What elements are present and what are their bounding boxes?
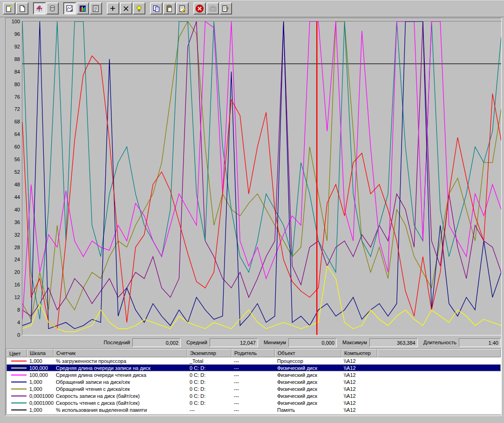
legend-body: 1,000% загруженности процессора_Total---… [7, 357, 501, 413]
highlight-button[interactable] [133, 2, 145, 14]
series-line [22, 21, 501, 329]
y-axis-tick-label: 28 [6, 245, 20, 250]
view-histogram-icon [79, 5, 87, 13]
counter-cell: Скорость записи на диск (байт/сек) [54, 393, 187, 399]
properties-button[interactable] [176, 2, 189, 14]
object-cell: Физический диск [275, 393, 341, 399]
view-chart-icon [66, 5, 74, 13]
delete-counter-icon [122, 5, 130, 13]
scale-cell: 1,000 [27, 379, 54, 385]
view-chart-button[interactable] [63, 2, 76, 14]
color-swatch-cell [7, 361, 27, 362]
table-row[interactable]: 1,000Обращений чтения с диска/сек0 C: D:… [7, 385, 501, 392]
table-row[interactable]: 100,000Средняя длина очереди чтения диск… [7, 371, 501, 378]
view-current-activity-icon [35, 5, 43, 13]
column-header-parent[interactable]: Родитель [232, 349, 275, 357]
parent-cell: --- [232, 407, 275, 413]
computer-cell: \\A12 [341, 365, 377, 371]
view-report-button[interactable] [89, 2, 102, 14]
object-cell: Физический диск [275, 365, 341, 371]
toolbar-group-2 [63, 2, 102, 14]
table-row[interactable]: 0,0001000Скорость записи на диск (байт/с… [7, 392, 501, 399]
table-row[interactable]: 100,000Средняя длина очереди записи на д… [7, 364, 501, 371]
parent-cell: --- [232, 393, 275, 399]
toolbar: ? [0, 0, 504, 17]
column-header-scale[interactable]: Шкала [27, 349, 54, 357]
scale-cell: 0,0001000 [27, 400, 54, 406]
instance-cell: 0 C: D: [187, 365, 232, 371]
parent-cell: --- [232, 386, 275, 392]
add-counter-button[interactable] [107, 2, 119, 14]
new-counter-set-button[interactable] [3, 2, 15, 14]
scale-cell: 1,000 [27, 358, 54, 364]
system-monitor-window: { "app": { "name_hint": "System Monitor … [0, 0, 504, 423]
update-data-button [206, 2, 219, 14]
color-swatch-cell [7, 375, 27, 375]
column-header-computer[interactable]: Компьютер [341, 349, 377, 357]
scale-cell: 100,000 [27, 372, 54, 378]
stat-value-box: 0,002 [132, 338, 181, 347]
scale-cell: 0,0001000 [27, 393, 54, 399]
object-cell: Процессор [275, 358, 341, 364]
delete-counter-button[interactable] [120, 2, 132, 14]
instance-cell: 0 C: D: [187, 400, 232, 406]
counter-color-swatch [11, 403, 27, 403]
instance-cell: _Total [187, 358, 232, 364]
view-current-activity-button[interactable] [33, 2, 46, 14]
y-axis-tick-label: 84 [6, 69, 20, 75]
scale-cell: 1,000 [27, 407, 54, 413]
counter-cell: Обращений чтения с диска/сек [54, 386, 187, 392]
table-row[interactable]: 1,000% использования выделенной памяти--… [7, 406, 501, 413]
stat-label: Средний [186, 340, 207, 345]
y-axis-tick-label: 16 [6, 282, 20, 287]
y-axis-tick-label: 100 [6, 19, 20, 24]
counter-cell: % загруженности процессора [54, 358, 187, 364]
column-header-object[interactable]: Объект [275, 349, 341, 357]
copy-properties-button[interactable] [150, 2, 163, 14]
column-header-filler [377, 349, 501, 357]
stat-3: Максимум363,384 [342, 338, 418, 347]
help-button[interactable]: ? [219, 2, 232, 14]
computer-cell: \\A12 [341, 407, 377, 413]
parent-cell: --- [232, 379, 275, 385]
stat-value-box: 0,000 [288, 338, 337, 347]
clear-display-button[interactable] [16, 2, 28, 14]
stat-4: Длительность1:40 [423, 338, 501, 347]
instance-cell: 0 C: D: [187, 372, 232, 378]
table-row[interactable]: 0,0001000Скорость чтения с диска (байт/с… [7, 399, 501, 406]
stat-label: Максимум [342, 340, 367, 345]
y-axis-tick-label: 88 [6, 56, 20, 62]
column-header-counter[interactable]: Счетчик [54, 349, 187, 357]
computer-cell: \\A12 [341, 358, 377, 364]
freeze-display-button[interactable] [193, 2, 206, 14]
counter-cell: Скорость чтения с диска (байт/сек) [54, 400, 187, 406]
y-axis-tick-label: 56 [6, 157, 20, 162]
computer-cell: \\A12 [341, 379, 377, 385]
y-axis-tick-label: 24 [6, 257, 20, 262]
value-bar: Последний0,002Средний12,047Минимум0,000М… [6, 338, 502, 347]
paste-counter-list-icon [165, 5, 173, 13]
object-cell: Физический диск [275, 379, 341, 385]
new-counter-set-icon [5, 5, 13, 13]
table-row[interactable]: 1,000Обращений записи на диск/сек0 C: D:… [7, 378, 501, 385]
paste-counter-list-button[interactable] [163, 2, 176, 14]
view-log-data-button[interactable] [46, 2, 59, 14]
parent-cell: --- [232, 358, 275, 364]
stat-value-box: 12,047 [210, 338, 258, 347]
stat-label: Последний [104, 340, 130, 345]
instance-cell: 0 C: D: [187, 379, 232, 385]
counter-cell: Средняя длина очереди чтения диска [54, 372, 187, 378]
color-swatch-cell [7, 396, 27, 396]
column-header-color[interactable]: Цвет [7, 349, 27, 357]
view-histogram-button[interactable] [76, 2, 89, 14]
counter-cell: % использования выделенной памяти [54, 407, 187, 413]
color-swatch-cell [7, 409, 27, 410]
properties-icon [178, 5, 186, 13]
y-axis-tick-label: 48 [6, 182, 20, 187]
column-header-instance[interactable]: Экземпляр [187, 349, 232, 357]
table-row[interactable]: 1,000% загруженности процессора_Total---… [7, 357, 501, 364]
series-line [22, 21, 501, 319]
color-swatch-cell [7, 382, 27, 382]
scale-cell: 100,000 [27, 365, 54, 371]
y-axis-tick-label: 36 [6, 219, 20, 225]
